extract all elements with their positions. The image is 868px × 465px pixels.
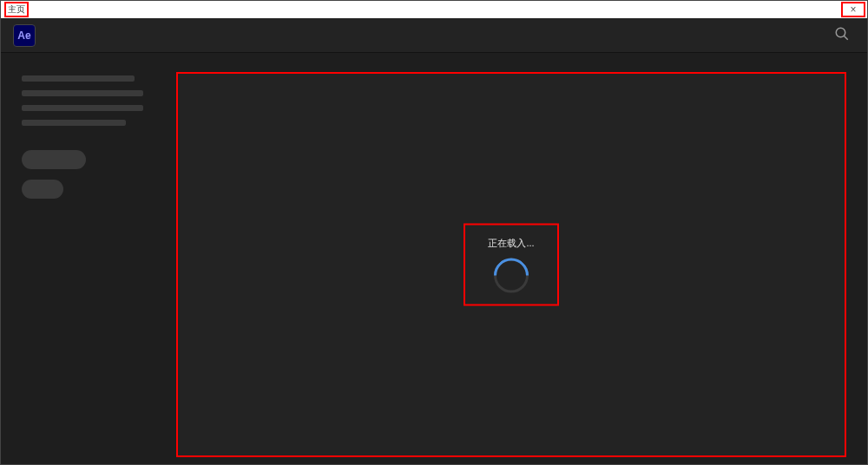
title-highlight: 主页: [4, 2, 29, 17]
spinner-arc: [487, 251, 536, 300]
main-content: 正在载入...: [176, 72, 846, 457]
titlebar: 主页 ×: [1, 1, 867, 18]
body-area: 正在载入...: [1, 53, 867, 464]
sidebar: [1, 53, 166, 464]
sidebar-skeleton-pill: [22, 150, 86, 169]
loading-text: 正在载入...: [488, 237, 534, 250]
search-icon[interactable]: [834, 26, 850, 45]
app-header: Ae: [1, 18, 867, 53]
window-title: 主页: [8, 3, 25, 16]
svg-line-1: [844, 36, 848, 40]
sidebar-skeleton-line: [22, 105, 143, 111]
close-button[interactable]: ×: [850, 4, 856, 15]
close-highlight: ×: [841, 2, 865, 17]
loading-spinner: [494, 259, 529, 293]
logo-text: Ae: [17, 29, 30, 42]
sidebar-skeleton-pill: [22, 180, 63, 199]
loading-box: 正在载入...: [464, 224, 559, 306]
sidebar-skeleton-line: [22, 90, 143, 96]
svg-point-0: [836, 28, 845, 37]
app-logo[interactable]: Ae: [13, 24, 36, 47]
sidebar-skeleton-line: [22, 75, 135, 82]
sidebar-skeleton-line: [22, 120, 126, 126]
